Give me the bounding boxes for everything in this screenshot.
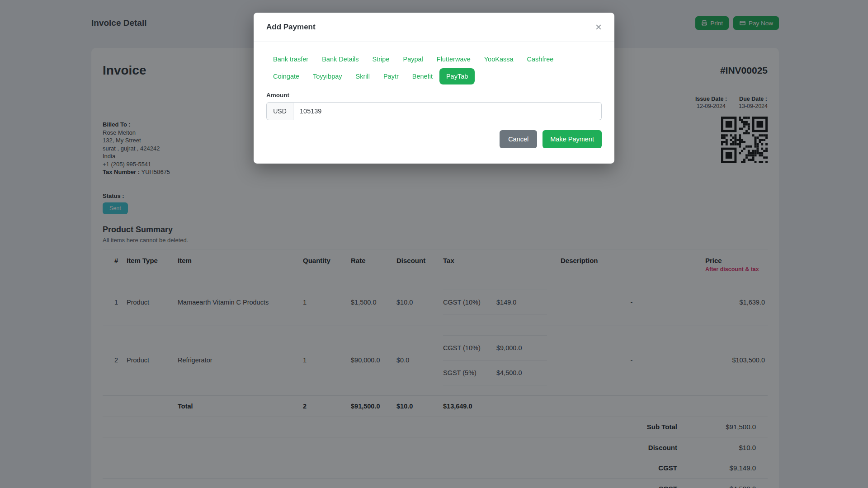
- tab-paytab[interactable]: PayTab: [439, 68, 475, 84]
- cancel-button[interactable]: Cancel: [500, 130, 537, 148]
- tab-paytr[interactable]: Paytr: [377, 68, 406, 84]
- tab-coingate[interactable]: Coingate: [266, 68, 306, 84]
- tab-skrill[interactable]: Skrill: [349, 68, 377, 84]
- close-icon[interactable]: ×: [595, 22, 602, 33]
- tab-paypal[interactable]: Paypal: [396, 51, 429, 67]
- amount-label: Amount: [266, 92, 602, 99]
- tab-bank-trasfer[interactable]: Bank trasfer: [266, 51, 315, 67]
- amount-input[interactable]: [293, 102, 602, 120]
- tab-yookassa[interactable]: YooKassa: [477, 51, 520, 67]
- tab-flutterwave[interactable]: Flutterwave: [430, 51, 477, 67]
- make-payment-button[interactable]: Make Payment: [542, 130, 602, 148]
- payment-tabs-row2: Coingate Toyyibpay Skrill Paytr Benefit …: [266, 68, 602, 84]
- tab-stripe[interactable]: Stripe: [366, 51, 396, 67]
- tab-toyyibpay[interactable]: Toyyibpay: [306, 68, 349, 84]
- payment-tabs-row1: Bank trasfer Bank Details Stripe Paypal …: [266, 51, 602, 67]
- add-payment-modal: Add Payment × Bank trasfer Bank Details …: [254, 13, 614, 164]
- currency-prefix: USD: [266, 102, 293, 120]
- tab-cashfree[interactable]: Cashfree: [520, 51, 561, 67]
- tab-bank-details[interactable]: Bank Details: [315, 51, 365, 67]
- modal-title: Add Payment: [266, 23, 316, 32]
- tab-benefit[interactable]: Benefit: [406, 68, 439, 84]
